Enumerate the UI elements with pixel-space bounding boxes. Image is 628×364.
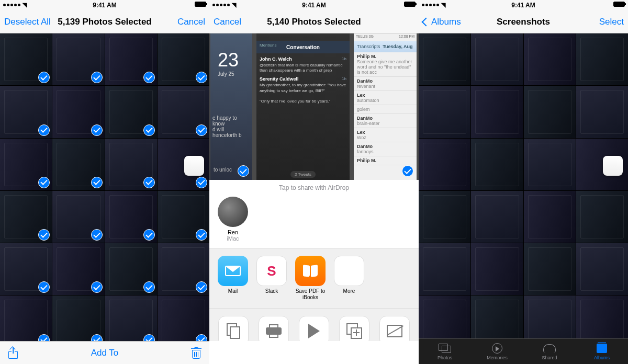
preview-strip[interactable]: 23 July 25 e happy to know d will hencef… [209, 33, 419, 180]
tab-memories[interactable]: Memories [471, 339, 523, 364]
photo-thumb[interactable] [471, 295, 523, 338]
select-button[interactable]: Select [577, 17, 624, 27]
photo-thumb[interactable] [524, 86, 576, 138]
preview-thumb[interactable]: TELUS 3G12:08 PM Transcripts Tuesday, Au… [354, 33, 417, 180]
photo-thumb[interactable] [576, 243, 628, 295]
photo-thumb[interactable] [524, 139, 576, 190]
photo-grid[interactable] [419, 33, 628, 338]
airdrop-contact[interactable]: Ren iMac [218, 197, 248, 242]
cell-signal-icon [3, 4, 20, 6]
photo-thumb[interactable] [524, 33, 576, 85]
photo-thumb[interactable] [0, 86, 52, 138]
photo-thumb[interactable] [105, 295, 157, 341]
photo-thumb[interactable] [419, 191, 470, 243]
albums-icon [595, 343, 609, 354]
mail-icon [218, 256, 248, 286]
action-print[interactable]: Print [256, 316, 291, 341]
photo-thumb[interactable] [419, 295, 470, 338]
photo-grid[interactable] [0, 33, 209, 341]
photo-thumb[interactable] [158, 295, 209, 341]
back-button[interactable]: Albums [423, 17, 470, 27]
photo-thumb[interactable] [105, 33, 157, 85]
check-icon [196, 124, 207, 136]
photo-thumb[interactable] [52, 243, 104, 295]
photo-thumb[interactable] [471, 191, 523, 243]
photo-thumb[interactable] [158, 191, 209, 243]
photo-thumb[interactable] [158, 86, 209, 138]
photo-thumb[interactable] [471, 243, 523, 295]
photo-thumb[interactable] [576, 86, 628, 138]
photo-thumb[interactable] [471, 139, 523, 190]
photo-thumb[interactable] [576, 191, 628, 243]
photo-thumb[interactable] [471, 33, 523, 85]
photo-thumb[interactable] [52, 86, 104, 138]
action-hide[interactable]: Hide [377, 316, 412, 341]
photo-thumb[interactable] [105, 243, 157, 295]
shared-icon [543, 343, 556, 354]
share-app-more[interactable]: •••More [334, 256, 364, 301]
check-icon [91, 177, 103, 188]
photo-thumb[interactable] [0, 295, 52, 341]
photo-thumb[interactable] [158, 33, 209, 85]
share-icon[interactable] [8, 347, 18, 359]
trash-icon[interactable] [192, 347, 201, 359]
print-icon [259, 316, 289, 341]
photo-thumb[interactable] [576, 33, 628, 85]
check-icon [91, 124, 103, 136]
photo-thumb[interactable] [105, 139, 157, 190]
photo-thumb[interactable] [0, 191, 52, 243]
action-copy[interactable]: Copy [216, 316, 251, 341]
check-icon [143, 229, 155, 241]
photo-thumb[interactable] [419, 86, 470, 138]
photo-thumb[interactable] [105, 86, 157, 138]
photo-thumb[interactable] [0, 33, 52, 85]
nav-bar: Cancel 5,140 Photos Selected [209, 10, 419, 33]
photo-thumb[interactable] [419, 33, 470, 85]
battery-icon [195, 2, 206, 7]
share-app-mail[interactable]: Mail [218, 256, 248, 301]
action-slideshow[interactable]: Slideshow [296, 316, 331, 341]
add-to-button[interactable]: Add To [91, 348, 119, 358]
nav-title: Screenshots [497, 17, 550, 27]
nav-bar: Albums Screenshots Select [419, 10, 628, 33]
tab-bar: Photos Memories Shared Albums [419, 338, 628, 364]
cancel-button[interactable]: Cancel [158, 17, 205, 27]
share-app-ibooks[interactable]: Save PDF to iBooks [295, 256, 326, 301]
preview-thumb[interactable]: 23 July 25 e happy to know d will hencef… [210, 33, 252, 180]
preview-thumb[interactable]: Mentions Conversation John C. Welch1h@se… [256, 33, 350, 180]
check-icon [238, 165, 249, 177]
photo-thumb[interactable] [471, 86, 523, 138]
check-icon [91, 229, 103, 241]
action-duplicate[interactable]: Duplicate [337, 316, 372, 341]
cancel-button[interactable]: Cancel [214, 17, 261, 27]
cell-signal-icon [422, 4, 439, 6]
photo-thumb[interactable] [419, 139, 470, 190]
photo-thumb[interactable] [52, 33, 104, 85]
tab-photos[interactable]: Photos [419, 339, 471, 364]
photo-thumb[interactable] [105, 191, 157, 243]
photo-thumb[interactable] [0, 243, 52, 295]
photo-thumb[interactable] [524, 243, 576, 295]
photo-thumb[interactable] [524, 191, 576, 243]
tab-albums[interactable]: Albums [576, 339, 628, 364]
wifi-icon: ◥ [441, 2, 445, 8]
check-icon [196, 229, 207, 241]
photo-thumb[interactable] [0, 139, 52, 190]
action-row[interactable]: Copy Print Slideshow Duplicate Hide [209, 309, 419, 341]
app-row[interactable]: Mail SSlack Save PDF to iBooks •••More [209, 248, 419, 309]
photo-thumb[interactable] [419, 243, 470, 295]
photo-thumb[interactable] [52, 191, 104, 243]
photo-thumb[interactable] [576, 295, 628, 338]
share-app-slack[interactable]: SSlack [256, 256, 287, 301]
deselect-all-button[interactable]: Deselect All [4, 17, 51, 27]
photo-thumb[interactable] [52, 295, 104, 341]
photo-thumb[interactable] [158, 243, 209, 295]
photo-thumb[interactable] [158, 139, 209, 190]
airdrop-hint: Tap to share with AirDrop [209, 180, 419, 191]
photo-thumb[interactable] [524, 295, 576, 338]
photo-thumb[interactable] [52, 139, 104, 190]
photo-thumb[interactable] [576, 139, 628, 190]
check-icon [38, 177, 50, 188]
tab-shared[interactable]: Shared [523, 339, 576, 364]
screen-share-sheet: ◥ 9:41 AM Cancel 5,140 Photos Selected 2… [209, 0, 419, 364]
